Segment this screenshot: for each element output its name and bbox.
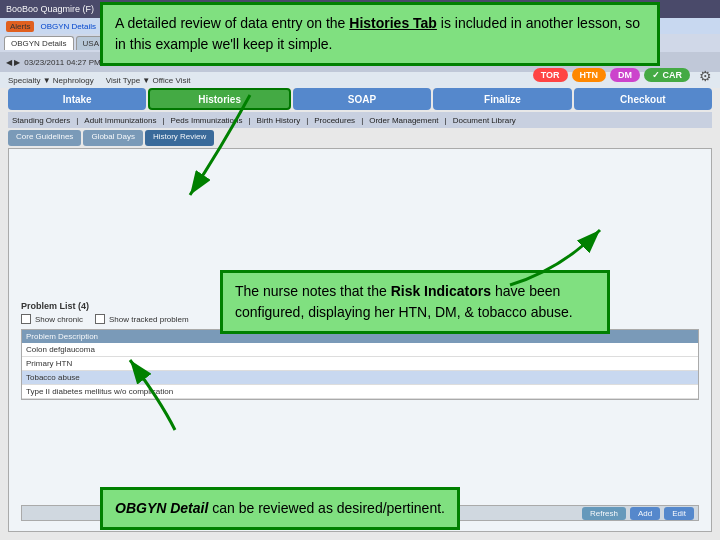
status-btn-htn[interactable]: HTN (572, 68, 607, 82)
tab-soap[interactable]: SOAP (293, 88, 431, 110)
tab-intake[interactable]: Intake (8, 88, 146, 110)
callout-top: A detailed review of data entry on the H… (100, 2, 660, 66)
tab-obgyn-details[interactable]: OBGYN Details (4, 36, 74, 50)
patient-name: BooBoo Quagmire (F) (6, 4, 94, 14)
specialty-selector[interactable]: Specialty ▼ Nephrology (8, 76, 94, 85)
callout-obgyn-title: OBGYN Detail (115, 500, 208, 516)
callout-top-text-before: A detailed review of data entry on the (115, 15, 349, 31)
show-chronic-label: Show chronic (35, 315, 83, 324)
show-tracked-checkbox[interactable] (95, 314, 105, 324)
edit-button[interactable]: Edit (664, 507, 694, 520)
section-tab-global-days[interactable]: Global Days (83, 130, 143, 146)
subnav-document-library[interactable]: Document Library (453, 116, 516, 125)
problem-list-header: Problem List (4) (21, 301, 89, 311)
callout-risk-bold: Risk Indicators (391, 283, 491, 299)
problem-row-htn[interactable]: Primary HTN (22, 357, 698, 371)
subnav-order-management[interactable]: Order Management (369, 116, 438, 125)
alert-link-obgyn[interactable]: OBGYN Details (40, 22, 96, 31)
main-tabs: Intake Histories SOAP Finalize Checkout (8, 88, 712, 110)
problem-table: Problem Description Colon defglaucoma Pr… (21, 329, 699, 400)
alerts-label: Alerts (6, 21, 34, 32)
tab-checkout[interactable]: Checkout (574, 88, 712, 110)
show-chronic-checkbox[interactable] (21, 314, 31, 324)
nav-arrows[interactable]: ◀ ▶ (6, 58, 20, 67)
sub-nav: Standing Orders | Adult Immunizations | … (8, 112, 712, 128)
add-button[interactable]: Add (630, 507, 660, 520)
problem-row-glaucoma[interactable]: Colon defglaucoma (22, 343, 698, 357)
subnav-standing-orders[interactable]: Standing Orders (12, 116, 70, 125)
nav-date: 03/23/2011 04:27 PM (24, 58, 101, 67)
section-tabs: Core Guidelines Global Days History Revi… (8, 130, 712, 146)
problem-list-controls: Show chronic Show tracked problem (21, 314, 189, 324)
visit-type-selector[interactable]: Visit Type ▼ Office Visit (106, 76, 191, 85)
status-btn-tor[interactable]: TOR (533, 68, 568, 82)
section-tab-core-guidelines[interactable]: Core Guidelines (8, 130, 81, 146)
section-tab-history-review[interactable]: History Review (145, 130, 214, 146)
callout-obgyn-text-after: can be reviewed as desired/pertinent. (208, 500, 445, 516)
callout-risk-text-before: The nurse notes that the (235, 283, 391, 299)
tab-finalize[interactable]: Finalize (433, 88, 571, 110)
subnav-adult-immunizations[interactable]: Adult Immunizations (84, 116, 156, 125)
refresh-button[interactable]: Refresh (582, 507, 626, 520)
status-buttons: TOR HTN DM ✓ CAR (533, 68, 690, 82)
subnav-birth-history[interactable]: Birth History (257, 116, 301, 125)
subnav-procedures[interactable]: Procedures (314, 116, 355, 125)
tab-histories[interactable]: Histories (148, 88, 290, 110)
gear-icon[interactable]: ⚙ (699, 68, 712, 84)
callout-obgyn: OBGYN Detail can be reviewed as desired/… (100, 487, 460, 530)
status-btn-dm[interactable]: DM (610, 68, 640, 82)
problem-row-diabetes[interactable]: Type II diabetes mellitus w/o complicati… (22, 385, 698, 399)
content-area: Problem List (4) Show chronic Show track… (8, 148, 712, 532)
subnav-peds-immunizations[interactable]: Peds Immunizations (170, 116, 242, 125)
callout-top-bold-underline: Histories Tab (349, 15, 437, 31)
show-tracked-label: Show tracked problem (109, 315, 189, 324)
problem-row-tobacco[interactable]: Tobacco abuse (22, 371, 698, 385)
callout-risk: The nurse notes that the Risk Indicators… (220, 270, 610, 334)
status-btn-car[interactable]: ✓ CAR (644, 68, 690, 82)
